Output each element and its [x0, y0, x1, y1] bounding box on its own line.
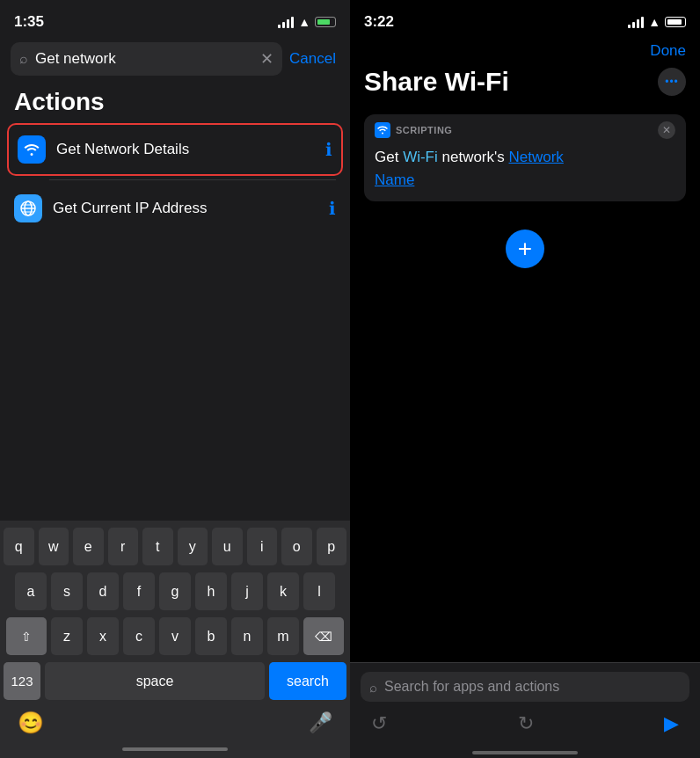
status-icons-left: ▲ [278, 15, 336, 29]
time-right: 3:22 [364, 13, 394, 31]
key-l[interactable]: l [303, 572, 335, 610]
add-icon: + [518, 235, 532, 263]
bottom-search-bar[interactable]: ⌕ Search for apps and actions [361, 672, 689, 702]
play-button[interactable]: ▶ [664, 712, 679, 735]
keyboard-row-3: ⇧ z x c v b n m ⌫ [4, 617, 346, 655]
redo-button[interactable]: ↻ [518, 712, 534, 735]
scripting-label: SCRIPTING [396, 125, 452, 135]
info-button-get-network[interactable]: ℹ [325, 139, 332, 160]
key-a[interactable]: a [15, 572, 47, 610]
key-p[interactable]: p [317, 528, 347, 565]
home-indicator-right [472, 751, 578, 754]
key-r[interactable]: r [108, 528, 139, 565]
keyboard-row-1: q w e r t y u i o p [4, 528, 346, 565]
key-u[interactable]: u [212, 528, 243, 565]
keyboard-row-2: a s d f g h j k l [4, 572, 346, 610]
action-item-get-network-details[interactable]: Get Network Details ℹ [7, 123, 343, 176]
mic-key[interactable]: 🎤 [309, 711, 332, 734]
key-delete[interactable]: ⌫ [303, 617, 344, 655]
key-i[interactable]: i [247, 528, 278, 565]
action-name-get-ip: Get Current IP Address [53, 200, 318, 217]
emoji-key[interactable]: 😊 [18, 711, 44, 735]
scripting-body: Get Wi-Fi network's NetworkName [364, 144, 686, 201]
info-button-get-ip[interactable]: ℹ [329, 198, 336, 219]
action-separator [49, 179, 336, 180]
done-button[interactable]: Done [350, 39, 700, 63]
search-icon-bottom: ⌕ [369, 680, 377, 695]
key-q[interactable]: q [4, 528, 34, 565]
battery-icon-right [665, 17, 686, 27]
key-z[interactable]: z [51, 617, 83, 655]
wifi-status-icon: ▲ [298, 15, 310, 29]
scripting-networks-text: network's [438, 149, 509, 165]
scripting-wifi-token[interactable]: Wi-Fi [403, 149, 438, 165]
key-d[interactable]: d [87, 572, 119, 610]
clear-search-button[interactable]: ✕ [260, 49, 273, 69]
scripting-close-button[interactable]: ✕ [658, 121, 675, 139]
status-icons-right: ▲ [628, 15, 686, 29]
wifi-status-icon-right: ▲ [648, 15, 660, 29]
shortcut-title: Share Wi-Fi [364, 67, 509, 97]
key-x[interactable]: x [87, 617, 119, 655]
keyboard-bottom-row: 123 space search [4, 662, 346, 700]
status-bar-left: 1:35 ▲ [0, 0, 350, 39]
cancel-button[interactable]: Cancel [289, 50, 336, 68]
search-icon: ⌕ [19, 51, 28, 67]
key-c[interactable]: c [123, 617, 155, 655]
key-k[interactable]: k [267, 572, 299, 610]
keyboard: q w e r t y u i o p a s d f g h j k l ⇧ … [0, 521, 350, 758]
time-left: 1:35 [14, 13, 44, 31]
key-123[interactable]: 123 [4, 662, 40, 700]
key-shift[interactable]: ⇧ [6, 617, 47, 655]
key-o[interactable]: o [281, 528, 312, 565]
action-name-get-network: Get Network Details [56, 141, 315, 158]
action-item-get-ip[interactable]: Get Current IP Address ℹ [0, 184, 350, 233]
keyboard-accessory-row: 😊 🎤 [4, 707, 346, 742]
more-button[interactable]: ••• [658, 68, 686, 96]
home-indicator [122, 747, 228, 751]
key-search[interactable]: search [269, 662, 346, 700]
status-bar-right: 3:22 ▲ [350, 0, 700, 39]
key-space[interactable]: space [45, 662, 265, 700]
key-y[interactable]: y [178, 528, 208, 565]
right-bottom-toolbar: ⌕ Search for apps and actions ↺ ↻ ▶ [350, 662, 700, 758]
key-v[interactable]: v [159, 617, 191, 655]
key-e[interactable]: e [73, 528, 104, 565]
left-panel: 1:35 ▲ ⌕ ✕ Cancel Actions [0, 0, 350, 758]
search-input[interactable] [35, 50, 253, 68]
bottom-search-placeholder: Search for apps and actions [384, 679, 559, 695]
key-s[interactable]: s [51, 572, 83, 610]
scripting-wifi-icon [375, 122, 390, 138]
battery-icon [315, 17, 336, 27]
right-header: Share Wi-Fi ••• [350, 63, 700, 107]
key-g[interactable]: g [159, 572, 191, 610]
key-f[interactable]: f [123, 572, 155, 610]
scripting-header: SCRIPTING ✕ [364, 114, 686, 144]
key-b[interactable]: b [195, 617, 227, 655]
signal-icon-right [628, 17, 644, 28]
undo-button[interactable]: ↺ [371, 712, 387, 735]
more-icon: ••• [665, 76, 679, 88]
key-m[interactable]: m [267, 617, 299, 655]
bottom-actions-row: ↺ ↻ ▶ [350, 709, 700, 746]
search-bar[interactable]: ⌕ ✕ [11, 42, 282, 76]
key-h[interactable]: h [195, 572, 227, 610]
key-j[interactable]: j [231, 572, 263, 610]
globe-action-icon [14, 194, 42, 222]
signal-icon [278, 17, 294, 28]
wifi-action-icon [18, 135, 46, 164]
right-panel: 3:22 ▲ Done Share Wi-Fi ••• [350, 0, 700, 758]
scripting-get-text: Get [375, 149, 403, 165]
scripting-block: SCRIPTING ✕ Get Wi-Fi network's NetworkN… [364, 114, 686, 201]
actions-heading: Actions [0, 79, 350, 123]
add-action-button[interactable]: + [506, 230, 544, 268]
key-w[interactable]: w [39, 528, 69, 565]
key-t[interactable]: t [142, 528, 173, 565]
scripting-label-row: SCRIPTING [375, 122, 452, 138]
key-n[interactable]: n [231, 617, 263, 655]
